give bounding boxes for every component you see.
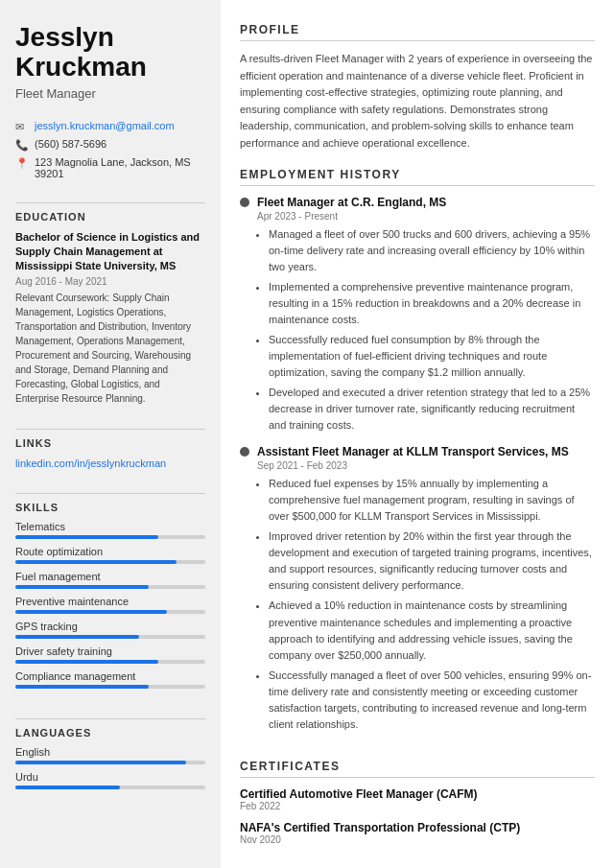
job-title-label: Fleet Manager <box>15 86 205 101</box>
divider-education <box>15 202 205 203</box>
divider-links <box>15 429 205 430</box>
jobs-list: Fleet Manager at C.R. England, MS Apr 20… <box>240 196 595 733</box>
edu-coursework: Relevant Coursework: Supply Chain Manage… <box>15 291 205 406</box>
contact-phone: 📞 (560) 587-5696 <box>15 138 205 152</box>
job-bullet: Successfully reduced fuel consumption by… <box>269 332 595 381</box>
last-name: Kruckman <box>15 53 205 82</box>
skill-bar-fill <box>15 560 177 564</box>
language-item: Urdu <box>15 771 205 789</box>
job-bullet: Managed a fleet of over 500 trucks and 6… <box>269 226 595 275</box>
skill-label: Driver safety training <box>15 645 205 657</box>
job-dot <box>240 198 249 207</box>
education-block: EDUCATION Bachelor of Science in Logisti… <box>15 211 205 406</box>
certificates-section: CERTIFICATES Certified Automotive Fleet … <box>240 760 595 855</box>
skill-item: Preventive maintenance <box>15 596 205 614</box>
job-bullet: Achieved a 10% reduction in maintenance … <box>269 598 595 663</box>
job-entry: Fleet Manager at C.R. England, MS Apr 20… <box>240 196 595 434</box>
first-name: Jesslyn <box>15 23 205 53</box>
skill-bar-bg <box>15 610 205 614</box>
profile-text: A results-driven Fleet Manager with 2 ye… <box>240 51 595 152</box>
skills-title: SKILLS <box>15 502 205 513</box>
profile-title: PROFILE <box>240 23 595 41</box>
phone-text: (560) 587-5696 <box>35 138 106 150</box>
job-bullet: Successfully managed a fleet of over 500… <box>269 668 595 733</box>
certificates-title: CERTIFICATES <box>240 760 595 778</box>
contact-block: ✉ jesslyn.kruckman@gmail.com 📞 (560) 587… <box>15 120 205 179</box>
job-title: Assistant Fleet Manager at KLLM Transpor… <box>257 445 569 458</box>
skill-item: Telematics <box>15 521 205 539</box>
edu-date: Aug 2016 - May 2021 <box>15 276 205 287</box>
job-dot <box>240 447 249 457</box>
skill-label: Preventive maintenance <box>15 596 205 607</box>
cert-date: Nov 2020 <box>240 834 595 845</box>
links-block: LINKS linkedin.com/in/jesslynkruckman <box>15 437 205 470</box>
language-item: English <box>15 746 205 764</box>
skill-item: GPS tracking <box>15 621 205 639</box>
job-title-row: Fleet Manager at C.R. England, MS <box>240 196 595 209</box>
employment-title: EMPLOYMENT HISTORY <box>240 168 595 186</box>
languages-title: LANGUAGES <box>15 727 205 739</box>
skill-label: Route optimization <box>15 546 205 557</box>
job-bullet: Implemented a comprehensive preventive m… <box>269 279 595 328</box>
profile-section: PROFILE A results-driven Fleet Manager w… <box>240 23 595 152</box>
skill-label: Telematics <box>15 521 205 532</box>
skill-bar-fill <box>15 535 158 539</box>
job-bullet: Improved driver retention by 20% within … <box>269 528 595 594</box>
languages-block: LANGUAGES English Urdu <box>15 727 205 796</box>
skill-item: Route optimization <box>15 546 205 564</box>
skill-item: Fuel management <box>15 571 205 589</box>
skill-bar-fill <box>15 635 139 639</box>
employment-section: EMPLOYMENT HISTORY Fleet Manager at C.R.… <box>240 168 595 744</box>
skill-bar-bg <box>15 535 205 539</box>
education-title: EDUCATION <box>15 211 205 223</box>
job-date: Sep 2021 - Feb 2023 <box>257 460 595 471</box>
skills-block: SKILLS Telematics Route optimization Fue… <box>15 502 205 695</box>
job-title: Fleet Manager at C.R. England, MS <box>257 196 446 209</box>
skill-bar-bg <box>15 560 205 564</box>
cert-entry: Certified Automotive Fleet Manager (CAFM… <box>240 787 595 811</box>
skill-bar-fill <box>15 610 167 614</box>
language-label: Urdu <box>15 771 205 783</box>
contact-address: 📍 123 Magnolia Lane, Jackson, MS 39201 <box>15 156 205 179</box>
language-bar-fill <box>15 761 186 764</box>
email-icon: ✉ <box>15 121 29 133</box>
edu-degree: Bachelor of Science in Logistics and Sup… <box>15 230 205 274</box>
main-content: PROFILE A results-driven Fleet Manager w… <box>221 0 614 868</box>
cert-name: Certified Automotive Fleet Manager (CAFM… <box>240 787 595 801</box>
location-icon: 📍 <box>15 157 29 170</box>
skill-bar-bg <box>15 660 205 664</box>
skill-bar-fill <box>15 660 158 664</box>
skill-bar-bg <box>15 585 205 589</box>
job-title-row: Assistant Fleet Manager at KLLM Transpor… <box>240 445 595 458</box>
phone-icon: 📞 <box>15 139 29 152</box>
job-bullets: Reduced fuel expenses by 15% annually by… <box>259 476 595 733</box>
links-title: LINKS <box>15 437 205 449</box>
skill-label: Compliance management <box>15 670 205 682</box>
skill-bar-bg <box>15 635 205 639</box>
skill-label: Fuel management <box>15 571 205 582</box>
languages-list: English Urdu <box>15 746 205 789</box>
skill-label: GPS tracking <box>15 621 205 632</box>
linkedin-link[interactable]: linkedin.com/in/jesslynkruckman <box>15 457 166 469</box>
skill-bar-fill <box>15 585 149 589</box>
divider-skills <box>15 493 205 494</box>
job-date: Apr 2023 - Present <box>257 211 595 222</box>
language-bar-fill <box>15 786 120 789</box>
cert-name: NAFA's Certified Transportation Professi… <box>240 821 595 834</box>
job-bullets: Managed a fleet of over 500 trucks and 6… <box>259 226 595 434</box>
certs-list: Certified Automotive Fleet Manager (CAFM… <box>240 787 595 845</box>
skill-item: Compliance management <box>15 670 205 689</box>
job-bullet: Developed and executed a driver retentio… <box>269 385 595 434</box>
skill-bar-fill <box>15 685 149 689</box>
name-block: Jesslyn Kruckman Fleet Manager <box>15 23 205 101</box>
job-bullet: Reduced fuel expenses by 15% annually by… <box>269 476 595 525</box>
language-label: English <box>15 746 205 758</box>
cert-date: Feb 2022 <box>240 801 595 811</box>
email-link[interactable]: jesslyn.kruckman@gmail.com <box>35 120 175 131</box>
skills-list: Telematics Route optimization Fuel manag… <box>15 521 205 689</box>
job-entry: Assistant Fleet Manager at KLLM Transpor… <box>240 445 595 733</box>
skill-bar-bg <box>15 685 205 689</box>
sidebar: Jesslyn Kruckman Fleet Manager ✉ jesslyn… <box>0 0 221 868</box>
language-bar-bg <box>15 786 205 789</box>
divider-languages <box>15 718 205 719</box>
